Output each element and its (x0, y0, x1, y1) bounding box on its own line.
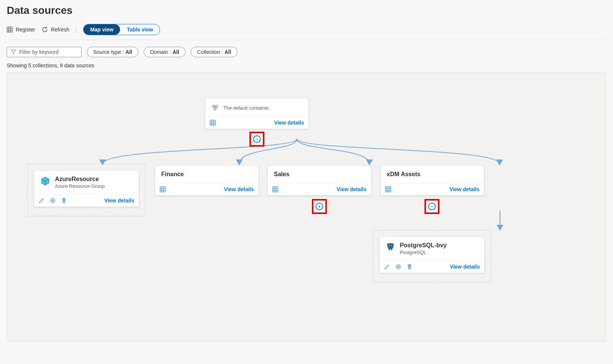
svg-point-32 (391, 245, 392, 246)
toolbar: Register Refresh Map view Table view (7, 24, 606, 40)
svg-rect-21 (273, 187, 278, 192)
map-canvas[interactable]: The default container. View details − Az… (7, 72, 606, 342)
collapse-button-root[interactable]: − (253, 135, 261, 143)
refresh-label: Refresh (51, 27, 69, 33)
view-details-link[interactable]: View details (274, 120, 304, 126)
node-title: AzureResource (55, 176, 105, 183)
page-title: Data sources (7, 4, 606, 16)
domain-filter[interactable]: Domain : All (144, 47, 186, 57)
source-type-filter[interactable]: Source type : All (87, 47, 138, 57)
refresh-button[interactable]: Refresh (42, 27, 69, 33)
delete-icon[interactable] (407, 264, 413, 270)
map-view-tab[interactable]: Map view (83, 24, 120, 35)
node-subtitle: The default container. (223, 105, 270, 111)
collapse-button-xdm[interactable]: − (428, 203, 436, 210)
delete-icon[interactable] (61, 198, 67, 204)
filter-icon (11, 49, 16, 55)
group-azure: AzureResource Azure Resource Group View … (27, 164, 145, 216)
svg-point-31 (389, 245, 390, 246)
svg-point-35 (398, 266, 399, 267)
node-xdm-assets[interactable]: xDM Assets View details (380, 165, 484, 196)
register-source-icon[interactable] (385, 186, 391, 192)
postgresql-icon (386, 242, 395, 252)
view-details-link[interactable]: View details (450, 186, 479, 192)
scan-icon[interactable] (395, 264, 401, 270)
svg-point-6 (215, 105, 218, 107)
azure-resource-icon (40, 176, 50, 186)
view-toggle: Map view Table view (83, 24, 160, 35)
edit-icon[interactable] (39, 198, 45, 204)
group-postgres: PostgreSQL-bvy PostgreSQL View details (373, 230, 491, 282)
svg-rect-0 (7, 27, 12, 32)
result-count: Showing 5 collections, 8 data sources (0, 61, 613, 72)
svg-point-7 (214, 108, 216, 110)
register-icon (7, 27, 13, 33)
register-button[interactable]: Register (7, 27, 35, 33)
node-root[interactable]: The default container. View details (205, 98, 309, 129)
register-source-icon[interactable] (160, 186, 166, 192)
svg-rect-16 (160, 187, 165, 192)
collection-filter[interactable]: Collection : All (191, 47, 237, 57)
node-title: Finance (161, 171, 184, 178)
expand-button-sales[interactable]: + (316, 203, 323, 210)
edit-icon[interactable] (384, 264, 390, 270)
node-subtitle: PostgreSQL (400, 250, 447, 255)
svg-rect-26 (386, 187, 391, 192)
view-details-link[interactable]: View details (337, 186, 367, 192)
svg-point-5 (212, 105, 215, 107)
register-source-icon[interactable] (272, 186, 278, 192)
node-title: PostgreSQL-bvy (400, 242, 447, 249)
node-sales[interactable]: Sales View details (267, 165, 371, 196)
node-subtitle: Azure Resource Group (55, 183, 105, 189)
filter-keyword-input[interactable]: Filter by keyword (7, 47, 82, 57)
view-details-link[interactable]: View details (450, 264, 480, 270)
node-title: xDM Assets (387, 171, 420, 178)
view-details-link[interactable]: View details (224, 186, 254, 192)
node-postgresql[interactable]: PostgreSQL-bvy PostgreSQL View details (379, 236, 485, 273)
node-azure-resource[interactable]: AzureResource Azure Resource Group View … (34, 170, 139, 207)
table-view-tab[interactable]: Table view (120, 24, 160, 35)
node-title: Sales (274, 171, 289, 178)
container-icon (211, 104, 219, 111)
svg-rect-8 (210, 120, 215, 125)
register-label: Register (16, 27, 35, 33)
view-details-link[interactable]: View details (104, 198, 134, 204)
filter-placeholder: Filter by keyword (19, 49, 59, 55)
node-finance[interactable]: Finance View details (155, 165, 259, 196)
svg-point-15 (52, 200, 53, 201)
register-source-icon[interactable] (210, 120, 216, 126)
refresh-icon (42, 27, 48, 33)
toolbar-separator (76, 26, 76, 33)
filters-row: Filter by keyword Source type : All Doma… (0, 40, 613, 61)
scan-icon[interactable] (50, 198, 56, 204)
